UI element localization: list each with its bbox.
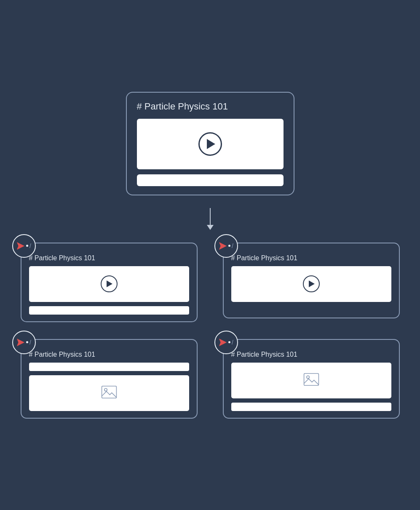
svg-point-4 [104, 388, 107, 391]
card-4-image [231, 363, 391, 398]
bottom-card-1-wrapper: / # Particle Physics 101 [21, 243, 198, 322]
bottom-card-4: # Particle Physics 101 [223, 339, 400, 419]
card-1-play-button[interactable] [101, 275, 118, 292]
avatar-icon-4: / [219, 338, 233, 347]
svg-point-7 [306, 376, 309, 378]
card-2-play-button[interactable] [303, 275, 320, 292]
image-placeholder-4 [303, 373, 319, 388]
play-button[interactable] [198, 132, 222, 156]
avatar-icon-1: / [16, 242, 31, 250]
arrow-down [207, 208, 214, 230]
dot-icon-2 [228, 245, 230, 247]
svg-marker-1 [219, 242, 227, 249]
top-text-bar [137, 174, 284, 186]
card-1-text-bar [29, 306, 189, 315]
card-3-text-bar [29, 363, 189, 371]
avatar-1: / [12, 234, 36, 258]
svg-marker-2 [17, 339, 24, 346]
slash-3: / [29, 339, 31, 346]
slash-1: / [29, 243, 31, 249]
card-3-title: # Particle Physics 101 [29, 351, 189, 358]
bottom-card-2: # Particle Physics 101 [223, 243, 400, 318]
avatar-icon-3: / [16, 338, 31, 347]
arrow-shaft [210, 208, 211, 225]
card-2-video [231, 266, 391, 302]
svg-marker-0 [17, 242, 24, 249]
svg-rect-6 [304, 374, 318, 386]
card-4-text-bar [231, 403, 391, 411]
slash-4: / [232, 339, 233, 346]
bottom-grid: / # Particle Physics 101 [21, 243, 400, 419]
bottom-card-1: # Particle Physics 101 [21, 243, 198, 322]
avatar-3: / [12, 331, 36, 354]
top-card-title: # Particle Physics 101 [137, 101, 284, 114]
bottom-card-2-wrapper: / # Particle Physics 101 [223, 243, 400, 322]
page-wrapper: # Particle Physics 101 / [0, 67, 420, 444]
dot-icon-3 [26, 341, 28, 343]
card-2-title: # Particle Physics 101 [231, 254, 391, 262]
card-4-title: # Particle Physics 101 [231, 351, 391, 358]
card-2-play-icon [309, 280, 315, 287]
svg-marker-5 [219, 339, 227, 346]
card-1-video [29, 266, 189, 302]
dot-icon-4 [228, 341, 230, 343]
dot-icon-1 [26, 245, 28, 247]
bottom-card-3: # Particle Physics 101 [21, 339, 198, 419]
avatar-icon-2: / [219, 242, 233, 250]
slash-2: / [232, 243, 233, 249]
svg-rect-3 [102, 386, 116, 398]
avatar-2: / [214, 234, 238, 258]
card-1-play-icon [107, 280, 112, 287]
arrow-head [207, 225, 214, 230]
avatar-4: / [214, 331, 238, 354]
top-card: # Particle Physics 101 [126, 92, 294, 195]
play-icon [207, 139, 215, 149]
top-video-block [137, 119, 284, 169]
bottom-card-3-wrapper: / # Particle Physics 101 [21, 339, 198, 419]
image-placeholder-3 [101, 385, 117, 401]
bottom-card-4-wrapper: / # Particle Physics 101 [223, 339, 400, 419]
card-3-image [29, 375, 189, 411]
card-1-title: # Particle Physics 101 [29, 254, 189, 262]
